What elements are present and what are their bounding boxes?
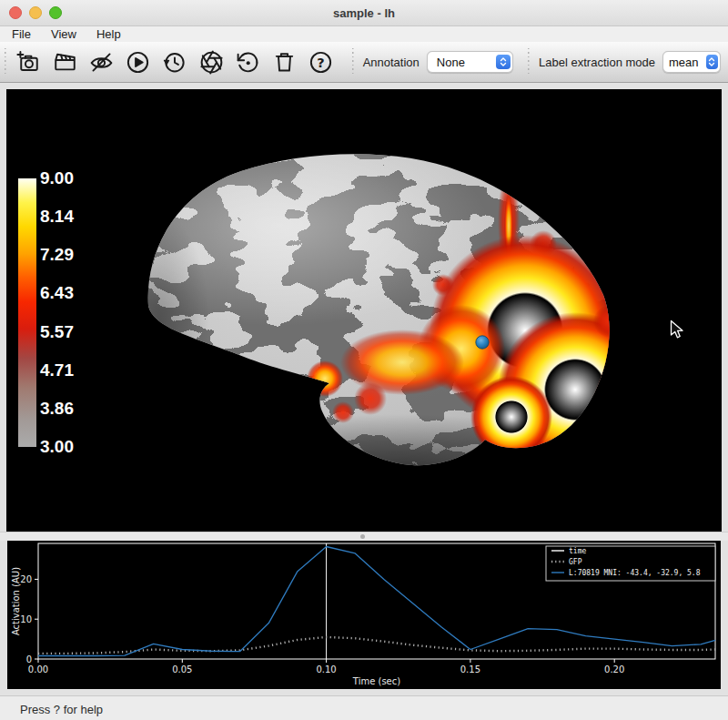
restore-time-button[interactable]	[157, 45, 193, 79]
blue-vertex-marker[interactable]	[476, 336, 489, 349]
window-title: sample - lh	[0, 6, 728, 20]
label-extraction-value: mean	[663, 56, 704, 69]
eye-off-icon	[88, 49, 115, 76]
colorbar-tick-label: 6.43	[40, 284, 74, 302]
movie-button[interactable]	[46, 45, 83, 79]
colorbar-tick-label: 3.86	[40, 400, 74, 418]
legend-entry: time	[569, 547, 586, 555]
y-tick-label: 0	[26, 654, 32, 664]
colorbar-tick-label: 9.00	[40, 169, 74, 188]
bottom-spacer	[0, 689, 728, 695]
visibility-button[interactable]	[83, 45, 119, 79]
history-clock-icon	[161, 49, 187, 76]
legend: timeGFPL:70819 MNI: -43.4, -32.9, 5.8	[546, 546, 715, 581]
splitter-dot-icon	[360, 534, 365, 539]
colorbar	[18, 178, 36, 447]
brain-hemisphere	[70, 126, 652, 532]
timecourse-chart[interactable]: 010200.000.050.100.150.20Time (sec)Activ…	[7, 541, 721, 689]
x-axis-label: Time (sec)	[352, 676, 400, 686]
x-tick-label: 0.10	[316, 664, 336, 674]
rotate-ccw-icon	[235, 49, 261, 76]
mouse-cursor-icon	[670, 319, 686, 340]
x-tick-label: 0.05	[172, 664, 192, 674]
help-button[interactable]: ?	[303, 45, 339, 79]
toolbar-drag-handle-2[interactable]	[350, 48, 355, 76]
x-tick-label: 0.00	[28, 664, 48, 674]
colorbar-tick-label: 7.29	[40, 246, 74, 264]
label-extraction-label: Label extraction mode	[539, 56, 655, 69]
brain-3d-viewport[interactable]: 9.008.147.296.435.574.713.863.00	[6, 89, 722, 532]
y-tick-label: 10	[20, 614, 32, 624]
status-text: Press ? for help	[20, 703, 103, 716]
legend-entry: L:70819 MNI: -43.4, -32.9, 5.8	[569, 569, 701, 577]
toolbar: ? Annotation None Label extraction mode …	[0, 42, 728, 83]
toolbar-drag-handle[interactable]	[3, 48, 7, 76]
chevron-up-down-icon	[496, 55, 511, 69]
colorbar-tick-label: 5.57	[40, 323, 74, 341]
title-bar[interactable]: sample - lh	[0, 0, 728, 26]
colorbar-tick-label: 3.00	[40, 438, 74, 456]
status-bar: Press ? for help	[0, 695, 728, 720]
x-tick-label: 0.20	[604, 664, 624, 674]
movie-clapper-icon	[52, 49, 78, 76]
menu-view[interactable]: View	[51, 27, 76, 41]
timecourse-plot[interactable]: 010200.000.050.100.150.20Time (sec)Activ…	[7, 541, 721, 689]
menu-file[interactable]: File	[12, 27, 31, 41]
colorbar-tick-label: 8.14	[40, 208, 74, 226]
splitter-handle[interactable]	[0, 532, 728, 541]
brain-surface	[6, 89, 722, 532]
trash-icon	[271, 49, 298, 76]
menu-bar: File View Help	[0, 26, 728, 42]
app-window: { "window": { "title": "sample - lh", "c…	[0, 0, 728, 720]
screenshot-button[interactable]	[10, 45, 46, 79]
aperture-icon	[198, 49, 225, 76]
y-tick-label: 20	[20, 574, 32, 584]
colorbar-tick-label: 4.71	[40, 361, 74, 380]
brain-highlight	[70, 126, 489, 326]
legend-entry: GFP	[569, 558, 582, 566]
scale-button[interactable]	[193, 45, 229, 79]
annotation-select[interactable]: None	[427, 51, 514, 73]
chevron-up-down-icon	[706, 55, 718, 69]
camera-screenshot-icon	[15, 49, 41, 76]
play-button[interactable]	[119, 45, 156, 79]
annotation-value: None	[428, 56, 470, 69]
colorbar-labels: 9.008.147.296.435.574.713.863.00	[40, 178, 95, 447]
clear-button[interactable]	[266, 45, 302, 79]
x-tick-label: 0.15	[460, 664, 480, 674]
play-circle-icon	[125, 49, 151, 76]
y-axis-label: Activation (AU)	[11, 567, 21, 635]
toolbar-drag-handle-3[interactable]	[526, 48, 531, 76]
annotation-label: Annotation	[363, 56, 420, 69]
label-extraction-select[interactable]: mean	[662, 51, 721, 73]
svg-text:?: ?	[318, 55, 325, 69]
help-circle-icon: ?	[308, 49, 334, 76]
reset-view-button[interactable]	[229, 45, 266, 79]
menu-help[interactable]: Help	[96, 27, 121, 41]
